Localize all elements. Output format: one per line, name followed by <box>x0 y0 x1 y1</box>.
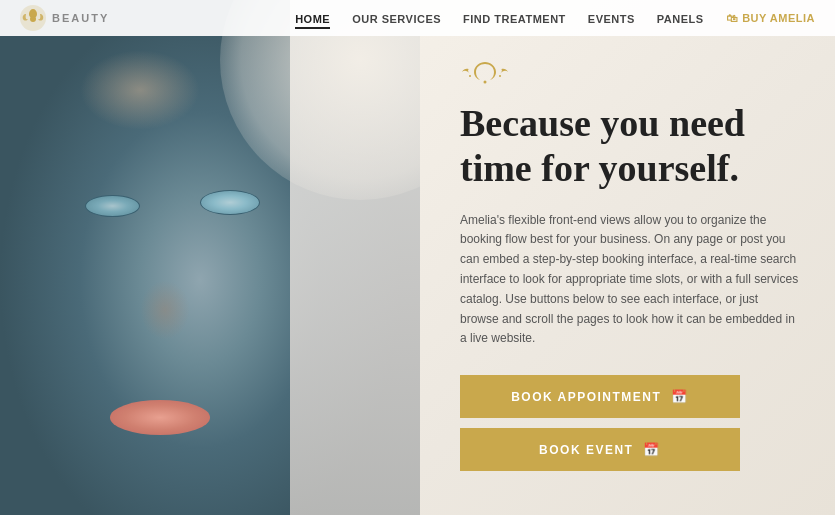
nav-item-events[interactable]: EVENTS <box>588 9 635 27</box>
calendar-icon-event: 📅 <box>643 442 661 457</box>
nav-item-buy[interactable]: 🛍 BUY AMELIA <box>726 12 815 24</box>
hero-image <box>0 0 420 515</box>
nav-item-home[interactable]: HOME <box>295 9 330 27</box>
svg-point-4 <box>30 16 36 22</box>
logo[interactable]: BEAUTY <box>20 5 109 31</box>
calendar-icon: 📅 <box>671 389 689 404</box>
face-lips <box>110 400 210 435</box>
nav-item-panels[interactable]: PANELS <box>657 9 704 27</box>
face-eye-left <box>85 195 140 217</box>
ornament-decoration <box>460 60 805 87</box>
face-nose <box>140 280 190 340</box>
hero-description: Amelia's flexible front-end views allow … <box>460 211 800 350</box>
book-event-button[interactable]: BOOK EVENT 📅 <box>460 428 740 471</box>
navbar: BEAUTY HOME OUR SERVICES FIND TREATMENT … <box>0 0 835 36</box>
hero-headline: Because you need time for yourself. <box>460 101 805 191</box>
face-eye-right <box>200 190 260 215</box>
nav-item-services[interactable]: OUR SERVICES <box>352 9 441 27</box>
svg-point-0 <box>484 81 487 84</box>
logo-text: BEAUTY <box>52 12 109 24</box>
svg-point-1 <box>469 75 471 77</box>
nav-links: HOME OUR SERVICES FIND TREATMENT EVENTS … <box>295 9 815 27</box>
logo-icon <box>20 5 46 31</box>
hero-section: Because you need time for yourself. Amel… <box>0 0 835 515</box>
nav-item-find-treatment[interactable]: FIND TREATMENT <box>463 9 566 27</box>
svg-point-2 <box>499 75 501 77</box>
hero-content: Because you need time for yourself. Amel… <box>420 0 835 515</box>
shopping-bag-icon: 🛍 <box>726 12 738 24</box>
book-appointment-button[interactable]: BOOK APPOINTMENT 📅 <box>460 375 740 418</box>
face-highlight <box>80 50 200 130</box>
